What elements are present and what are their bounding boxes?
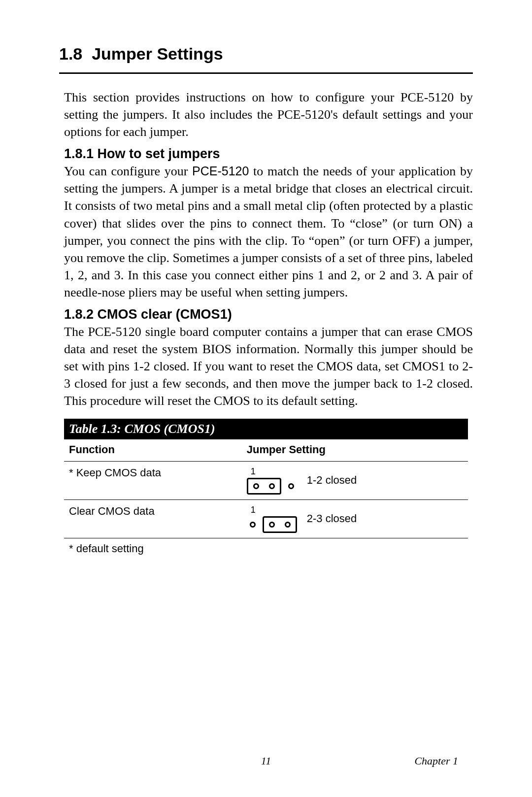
section-heading: 1.8 Jumper Settings: [59, 44, 473, 64]
jumper-diagram: 1: [247, 505, 297, 533]
text-suffix: to match the needs of your application b…: [64, 164, 473, 299]
jumper-setting-label: 1-2 closed: [307, 474, 357, 487]
table-title-row: Table 1.3: CMOS (CMOS1): [64, 419, 468, 439]
jumper-pin-row: [247, 478, 297, 495]
section-rule: [59, 72, 473, 74]
product-name: PCE-5120: [192, 164, 249, 178]
jumper-setting-label: 2-3 closed: [307, 512, 357, 525]
text-prefix: You can configure your: [64, 164, 192, 178]
chapter-label: Chapter 1: [414, 755, 458, 767]
section-title: Jumper Settings: [92, 44, 223, 63]
section-number: 1.8: [59, 44, 82, 63]
document-page: 1.8 Jumper Settings This section provide…: [0, 0, 532, 797]
subsection-heading-1: 1.8.1 How to set jumpers: [64, 146, 473, 162]
table-header-function: Function: [64, 439, 242, 462]
table-cell-function: Clear CMOS data: [64, 499, 242, 538]
jumper-bridge-icon: [263, 516, 297, 533]
jumper-bridge-icon: [247, 478, 281, 495]
subsection-title: CMOS clear (CMOS1): [98, 307, 232, 322]
table-caption: Table 1.3: CMOS (CMOS1): [64, 419, 468, 439]
table-cell-setting: 1 2-3 closed: [242, 499, 468, 538]
table-footnote-row: * default setting: [64, 538, 468, 559]
subsection-number: 1.8.1: [64, 146, 94, 161]
table-header-row: Function Jumper Setting: [64, 439, 468, 462]
page-footer: 11 Chapter 1: [0, 755, 532, 767]
table-footnote: * default setting: [64, 538, 468, 559]
table-header-setting: Jumper Setting: [242, 439, 468, 462]
table-cell-function: * Keep CMOS data: [64, 461, 242, 499]
jumper-diagram: 1: [247, 466, 297, 495]
jumper-pin-icon: [266, 519, 278, 531]
jumper-pin-row: [247, 516, 297, 533]
jumper-pin-icon: [285, 480, 297, 492]
jumper-setting-block: 1 1-2 closed: [247, 466, 463, 495]
jumper-setting-block: 1 2-3 closed: [247, 505, 463, 533]
jumper-pin-icon: [250, 480, 262, 492]
pin-1-label: 1: [251, 466, 256, 477]
subsection-number: 1.8.2: [64, 307, 94, 322]
jumper-pin-icon: [247, 519, 259, 531]
section-intro: This section provides instructions on ho…: [64, 89, 473, 140]
table-row: Clear CMOS data 1 2-3 closed: [64, 499, 468, 538]
cmos-table: Table 1.3: CMOS (CMOS1) Function Jumper …: [64, 419, 468, 559]
subsection-heading-2: 1.8.2 CMOS clear (CMOS1): [64, 307, 473, 322]
subsection-title: How to set jumpers: [98, 146, 220, 161]
pin-1-label: 1: [251, 505, 256, 515]
jumper-pin-icon: [282, 519, 294, 531]
subsection-text-2: The PCE-5120 single board computer conta…: [64, 323, 473, 409]
table-cell-setting: 1 1-2 closed: [242, 461, 468, 499]
subsection-text-1: You can configure your PCE-5120 to match…: [64, 163, 473, 301]
table-row: * Keep CMOS data 1 1-2 closed: [64, 461, 468, 499]
jumper-pin-icon: [266, 480, 278, 492]
